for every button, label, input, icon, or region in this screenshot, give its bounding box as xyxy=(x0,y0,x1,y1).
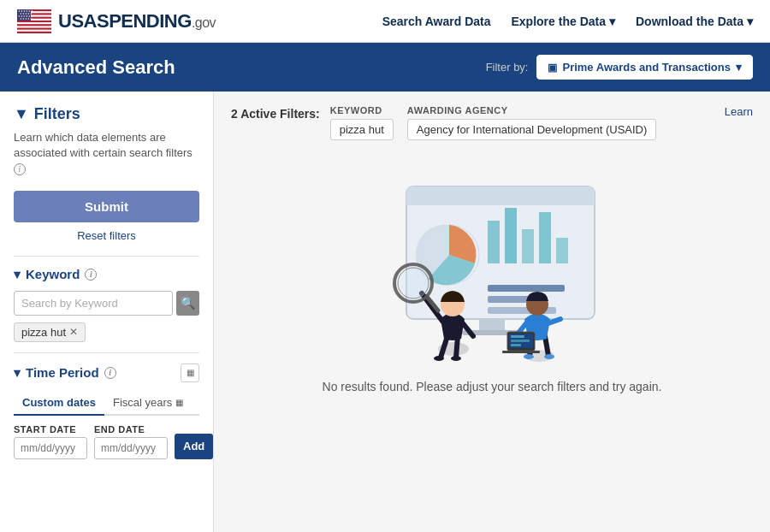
filter-icon: ▣ xyxy=(548,62,557,74)
divider-2 xyxy=(14,352,199,353)
awarding-agency-filter-col: AWARDING AGENCY Agency for International… xyxy=(407,105,657,140)
keyword-title[interactable]: ▾ Keyword i xyxy=(14,267,97,282)
svg-rect-50 xyxy=(511,340,530,342)
svg-point-41 xyxy=(524,354,534,359)
svg-point-30 xyxy=(434,356,444,361)
date-fields-row: START DATE END DATE Add xyxy=(14,424,199,459)
keyword-tag-pizza-hut: pizza hut ✕ xyxy=(14,322,86,342)
no-results-illustration xyxy=(355,169,629,366)
page-header: Advanced Search Filter by: ▣ Prime Award… xyxy=(0,43,770,92)
keyword-filter-col: KEYWORD pizza hut xyxy=(330,105,394,140)
top-nav: ★★★★★★ ★★★★★ ★★★★★★ ★★★★★ USASPENDING.go… xyxy=(0,0,770,43)
svg-rect-21 xyxy=(539,212,551,263)
add-date-button[interactable]: Add xyxy=(175,434,213,459)
keyword-search-button[interactable]: 🔍 xyxy=(176,291,199,316)
time-period-chevron-icon: ▾ xyxy=(14,365,21,381)
end-date-group: END DATE xyxy=(94,424,168,459)
time-period-info-icon[interactable]: i xyxy=(104,367,116,379)
end-date-input[interactable] xyxy=(94,437,168,459)
filter-by-area: Filter by: ▣ Prime Awards and Transactio… xyxy=(486,55,753,80)
svg-rect-16 xyxy=(479,319,505,331)
svg-rect-7 xyxy=(17,31,51,33)
nav-explore-data[interactable]: Explore the Data ▾ xyxy=(512,15,615,28)
main-content: 2 Active Filters: KEYWORD pizza hut AWAR… xyxy=(214,92,770,532)
svg-rect-4 xyxy=(17,20,51,21)
filter-funnel-icon: ▼ xyxy=(14,105,29,123)
svg-rect-24 xyxy=(488,285,565,292)
explore-chevron-icon: ▾ xyxy=(609,15,615,28)
svg-point-36 xyxy=(398,268,429,299)
time-period-header: ▾ Time Period i ▦ xyxy=(14,364,199,382)
main-layout: ▼ Filters Learn which data elements are … xyxy=(0,92,770,532)
filter-dropdown-chevron-icon: ▾ xyxy=(736,61,742,74)
keyword-filter-tag: pizza hut xyxy=(330,119,394,140)
keyword-section: ▾ Keyword i 🔍 pizza hut ✕ xyxy=(14,267,199,342)
svg-rect-15 xyxy=(406,195,595,205)
no-results-message: No results found. Please adjust your sea… xyxy=(323,380,662,393)
no-results-area: No results found. Please adjust your sea… xyxy=(231,152,753,411)
tab-custom-dates[interactable]: Custom dates xyxy=(14,391,104,416)
illustration-svg xyxy=(355,169,629,366)
keyword-info-icon[interactable]: i xyxy=(85,269,97,281)
flag-icon: ★★★★★★ ★★★★★ ★★★★★★ ★★★★★ xyxy=(17,9,51,33)
filter-by-label: Filter by: xyxy=(486,61,529,74)
time-period-title[interactable]: ▾ Time Period i xyxy=(14,365,116,381)
sidebar: ▼ Filters Learn which data elements are … xyxy=(0,92,214,532)
keyword-chevron-icon: ▾ xyxy=(14,267,21,282)
reset-filters-link[interactable]: Reset filters xyxy=(14,229,199,242)
time-period-collapse-btn[interactable]: ▦ xyxy=(181,364,199,382)
logo-text: USASPENDING.gov xyxy=(58,10,216,33)
svg-rect-48 xyxy=(502,351,540,353)
svg-point-42 xyxy=(544,354,554,359)
search-icon: 🔍 xyxy=(181,296,195,310)
svg-text:★★★★★: ★★★★★ xyxy=(20,17,33,21)
time-period-tabs: Custom dates Fiscal years ▦ xyxy=(14,391,199,416)
keyword-search-input[interactable] xyxy=(14,291,173,316)
svg-rect-51 xyxy=(511,344,521,346)
svg-rect-18 xyxy=(488,221,500,263)
awarding-agency-col-header: AWARDING AGENCY xyxy=(407,105,657,119)
calendar-icon: ▦ xyxy=(187,368,194,377)
nav-search-award[interactable]: Search Award Data xyxy=(382,15,491,28)
filters-description: Learn which data elements are associated… xyxy=(14,130,199,177)
keyword-tags: pizza hut ✕ xyxy=(14,322,199,342)
page-title: Advanced Search xyxy=(17,56,175,79)
end-date-label: END DATE xyxy=(94,424,168,434)
start-date-group: START DATE xyxy=(14,424,87,459)
active-filters-count: 2 Active Filters: xyxy=(231,105,320,121)
start-date-input[interactable] xyxy=(14,437,87,459)
nav-links: Search Award Data Explore the Data ▾ Dow… xyxy=(382,15,753,28)
logo-area: ★★★★★★ ★★★★★ ★★★★★★ ★★★★★ USASPENDING.go… xyxy=(17,9,382,33)
svg-rect-49 xyxy=(511,335,524,338)
start-date-label: START DATE xyxy=(14,424,87,434)
download-chevron-icon: ▾ xyxy=(747,15,753,28)
active-filters-bar: 2 Active Filters: KEYWORD pizza hut AWAR… xyxy=(231,105,753,140)
svg-rect-20 xyxy=(522,229,534,263)
submit-button[interactable]: Submit xyxy=(14,191,199,222)
filters-info-icon[interactable]: i xyxy=(14,163,26,175)
nav-download-data[interactable]: Download the Data ▾ xyxy=(636,15,753,28)
active-filter-tags: KEYWORD pizza hut AWARDING AGENCY Agency… xyxy=(330,105,714,140)
svg-point-31 xyxy=(451,356,461,361)
time-period-section: ▾ Time Period i ▦ Custom dates Fiscal ye… xyxy=(14,364,199,459)
filters-heading: ▼ Filters xyxy=(14,105,199,123)
svg-rect-5 xyxy=(17,24,51,26)
svg-rect-22 xyxy=(556,238,568,263)
filter-type-label: Prime Awards and Transactions xyxy=(562,61,731,74)
learn-more-link[interactable]: Learn xyxy=(725,105,753,118)
keyword-search-row: 🔍 xyxy=(14,291,199,316)
svg-rect-19 xyxy=(505,208,517,263)
filter-type-dropdown[interactable]: ▣ Prime Awards and Transactions ▾ xyxy=(536,55,753,80)
fiscal-year-icon: ▦ xyxy=(175,398,183,407)
divider-1 xyxy=(14,256,199,257)
keyword-tag-remove[interactable]: ✕ xyxy=(69,327,78,337)
keyword-col-header: KEYWORD xyxy=(330,105,394,119)
awarding-agency-filter-tag: Agency for International Development (US… xyxy=(407,119,657,140)
tab-fiscal-years[interactable]: Fiscal years ▦ xyxy=(104,391,192,416)
keyword-section-header: ▾ Keyword i xyxy=(14,267,199,282)
svg-rect-6 xyxy=(17,27,51,29)
